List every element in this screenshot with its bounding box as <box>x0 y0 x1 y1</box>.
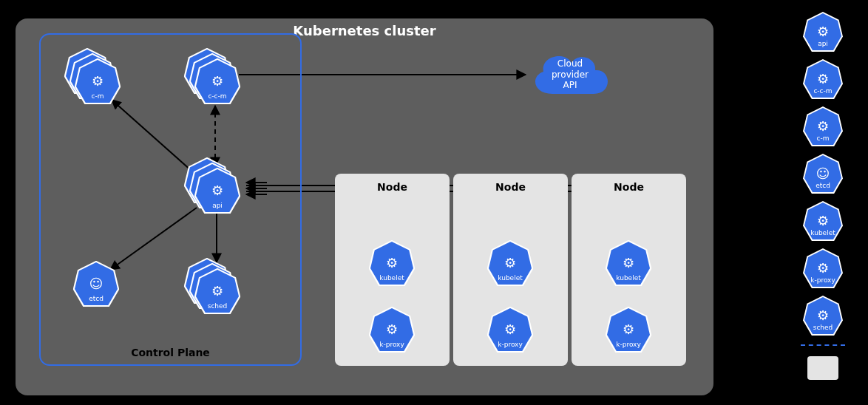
kubelet-icon: ⚙ kubelet <box>370 242 413 285</box>
gear-icon: ⚙ <box>817 72 829 86</box>
node-panel-1: Node ⚙ kubelet ⚙ k-proxy <box>335 174 450 366</box>
legend-label: c-c-m <box>804 88 841 95</box>
legend-label: api <box>804 41 841 47</box>
gear-icon: ⚙ <box>386 323 398 336</box>
kube-apiserver-icon: ⚙ api <box>196 169 239 212</box>
legend-dashed-line <box>801 344 845 346</box>
gear-icon: ⚙ <box>817 309 829 322</box>
cloud-controller-manager-icon: ⚙ c-c-m <box>196 60 239 103</box>
controller-manager-icon: ⚙ c-m <box>76 60 119 103</box>
gear-icon: ⚙ <box>623 256 634 270</box>
gear-icon: ⚙ <box>211 285 223 298</box>
gear-icon: ⚙ <box>817 262 829 275</box>
legend-label: k-proxy <box>804 277 841 284</box>
legend-kubelet-icon: ⚙ kubelet <box>804 202 841 239</box>
gear-icon: ⚙ <box>817 120 829 133</box>
control-plane-title: Control Plane <box>41 347 300 358</box>
gear-icon: ⚙ <box>386 256 398 270</box>
node-title: Node <box>453 181 568 193</box>
sched-label: sched <box>196 303 239 310</box>
legend-node-swatch <box>807 356 838 380</box>
kproxy-label: k-proxy <box>489 341 532 348</box>
legend-api-icon: ⚙ api <box>804 13 841 50</box>
legend-kproxy-icon: ⚙ k-proxy <box>804 250 841 287</box>
kubelet-icon: ⚙ kubelet <box>607 242 650 285</box>
node-title: Node <box>572 181 686 193</box>
legend-sched-icon: ⚙ sched <box>804 297 841 334</box>
gear-icon: ⚙ <box>211 184 223 197</box>
api-label: api <box>196 202 239 209</box>
cm-label: c-m <box>76 93 119 100</box>
etcd-glyph-icon: ☺ <box>89 277 104 290</box>
gear-icon: ⚙ <box>92 75 104 88</box>
gear-icon: ⚙ <box>817 25 829 38</box>
etcd-glyph-icon: ☺ <box>816 167 830 180</box>
node-panel-3: Node ⚙ kubelet ⚙ k-proxy <box>572 174 686 366</box>
gear-icon: ⚙ <box>504 323 516 336</box>
kproxy-label: k-proxy <box>607 341 650 348</box>
legend-label: kubelet <box>804 230 841 236</box>
kube-proxy-icon: ⚙ k-proxy <box>607 308 650 351</box>
gear-icon: ⚙ <box>211 75 223 88</box>
kubelet-label: kubelet <box>607 275 650 282</box>
kproxy-label: k-proxy <box>370 341 413 348</box>
cloud-provider-api: Cloud provider API <box>526 47 614 103</box>
node-panel-2: Node ⚙ kubelet ⚙ k-proxy <box>453 174 568 366</box>
kubelet-icon: ⚙ kubelet <box>489 242 532 285</box>
legend-label: c-m <box>804 135 841 142</box>
kubelet-label: kubelet <box>370 275 413 282</box>
gear-icon: ⚙ <box>817 214 829 228</box>
gear-icon: ⚙ <box>504 256 516 270</box>
kube-proxy-icon: ⚙ k-proxy <box>489 308 532 351</box>
etcd-label: etcd <box>75 296 118 302</box>
node-title: Node <box>335 181 450 193</box>
kube-proxy-icon: ⚙ k-proxy <box>370 308 413 351</box>
scheduler-icon: ⚙ sched <box>196 270 239 313</box>
ccm-label: c-c-m <box>196 93 239 100</box>
legend-label: etcd <box>804 183 841 189</box>
legend-panel: ⚙ api ⚙ c-c-m ⚙ c-m ☺ etcd ⚙ kubelet ⚙ k… <box>797 13 849 380</box>
kubelet-label: kubelet <box>489 275 532 282</box>
gear-icon: ⚙ <box>623 323 634 336</box>
legend-ccm-icon: ⚙ c-c-m <box>804 61 841 98</box>
legend-label: sched <box>804 324 841 331</box>
legend-cm-icon: ⚙ c-m <box>804 108 841 145</box>
etcd-icon: ☺ etcd <box>75 262 118 305</box>
cloud-label: Cloud provider API <box>526 47 614 103</box>
legend-etcd-icon: ☺ etcd <box>804 155 841 192</box>
kubernetes-cluster-panel: Kubernetes cluster <box>16 18 713 395</box>
